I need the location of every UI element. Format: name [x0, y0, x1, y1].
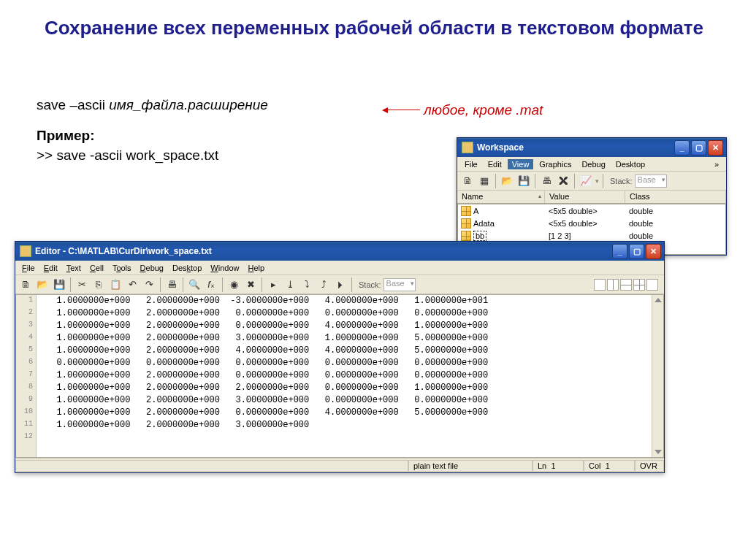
- layout-quad-icon[interactable]: [633, 279, 645, 291]
- editor-title: Editor - C:\MATLAB\CurDir\work_space.txt: [35, 246, 608, 256]
- var-name[interactable]: Adata: [473, 219, 495, 228]
- editor-statusbar: plain text file Ln 1 Col 1 OVR: [15, 458, 664, 472]
- gutter-line: 2: [16, 307, 36, 320]
- print-icon[interactable]: 🖶: [539, 174, 554, 188]
- menu-help[interactable]: Help: [245, 263, 269, 273]
- layout-float-icon[interactable]: [646, 279, 658, 291]
- step-out-icon[interactable]: ⤴: [316, 277, 331, 292]
- vertical-scrollbar[interactable]: [652, 295, 663, 457]
- paste-icon[interactable]: 📋: [108, 277, 123, 292]
- workspace-row: A <5x5 double> double: [458, 204, 725, 217]
- layout-split-h-icon[interactable]: [607, 279, 619, 291]
- close-button[interactable]: ✕: [708, 140, 723, 156]
- gutter-line: 6: [16, 357, 36, 369]
- column-value[interactable]: Value: [545, 191, 625, 203]
- menu-tools[interactable]: Tools: [109, 263, 135, 273]
- separator-icon: [535, 174, 535, 188]
- stack-label: Stack:: [356, 280, 381, 289]
- gutter-line: 11: [16, 419, 36, 431]
- workspace-headers: Name Value Class: [457, 191, 726, 204]
- continue-icon[interactable]: ⏵: [333, 277, 348, 292]
- status-line: Ln 1: [533, 460, 584, 472]
- code-line[interactable]: 1.0000000e+000 2.0000000e+000 0.0000000e…: [37, 407, 652, 419]
- example-label: Пример:: [37, 126, 268, 146]
- code-line[interactable]: 0.0000000e+000 0.0000000e+000 0.0000000e…: [37, 357, 652, 369]
- layout-split-v-icon[interactable]: [620, 279, 632, 291]
- code-line[interactable]: 1.0000000e+000 2.0000000e+000 3.0000000e…: [37, 332, 652, 345]
- code-line[interactable]: 1.0000000e+000 2.0000000e+000 2.0000000e…: [37, 382, 652, 394]
- menu-file[interactable]: File: [18, 263, 39, 273]
- gutter: 123456789101112: [16, 295, 37, 457]
- dropdown-icon[interactable]: ▾: [595, 177, 599, 185]
- function-icon[interactable]: fₓ: [204, 277, 218, 292]
- menu-cell[interactable]: Cell: [86, 263, 107, 273]
- menu-window[interactable]: Window: [207, 263, 243, 273]
- plot-icon[interactable]: 📈: [579, 174, 593, 188]
- save-file-icon[interactable]: 💾: [52, 277, 66, 292]
- var-class: double: [626, 231, 725, 240]
- workspace-row: bb [1 2 3] double: [458, 229, 725, 242]
- stack-combo[interactable]: Base: [383, 278, 416, 291]
- menu-debug[interactable]: Debug: [577, 159, 609, 169]
- menu-debug[interactable]: Debug: [137, 263, 167, 273]
- new-var-icon[interactable]: 🗎: [460, 174, 475, 188]
- code-line[interactable]: 1.0000000e+000 2.0000000e+000 -3.0000000…: [37, 295, 652, 307]
- run-icon[interactable]: ▸: [266, 277, 280, 292]
- menu-desktop[interactable]: Desktop: [611, 159, 649, 169]
- minimize-button[interactable]: _: [674, 140, 690, 156]
- menu-view[interactable]: View: [508, 159, 534, 169]
- code-line[interactable]: 1.0000000e+000 2.0000000e+000 0.0000000e…: [37, 320, 652, 332]
- syntax-args: имя_файла.расширение: [109, 97, 268, 112]
- open-file-icon[interactable]: 📂: [35, 277, 50, 292]
- maximize-button[interactable]: ▢: [691, 140, 706, 156]
- layout-single-icon[interactable]: [594, 279, 606, 291]
- code-area[interactable]: 1.0000000e+000 2.0000000e+000 -3.0000000…: [37, 295, 652, 457]
- step-icon[interactable]: ⤓: [283, 277, 297, 292]
- var-name[interactable]: A: [473, 207, 478, 215]
- menu-overflow-icon[interactable]: »: [710, 160, 723, 169]
- gutter-line: 4: [16, 332, 36, 345]
- breakpoint-clear-icon[interactable]: ✖: [243, 277, 258, 292]
- column-class[interactable]: Class: [625, 191, 726, 203]
- editor-icon: [20, 245, 31, 257]
- delete-icon[interactable]: 🞬: [556, 174, 570, 188]
- column-name[interactable]: Name: [457, 191, 545, 203]
- var-name[interactable]: bb: [473, 231, 486, 241]
- status-filetype: plain text file: [408, 460, 533, 472]
- breakpoint-set-icon[interactable]: ◉: [226, 277, 241, 292]
- separator-icon: [603, 174, 603, 188]
- copy-icon[interactable]: ⎘: [91, 277, 106, 292]
- code-line[interactable]: 1.0000000e+000 2.0000000e+000 0.0000000e…: [37, 369, 652, 382]
- minimize-button[interactable]: _: [612, 244, 627, 259]
- code-line[interactable]: 1.0000000e+000 2.0000000e+000 4.0000000e…: [37, 345, 652, 357]
- maximize-button[interactable]: ▢: [629, 244, 644, 259]
- menu-desktop[interactable]: Desktop: [169, 263, 205, 273]
- close-button[interactable]: ✕: [646, 244, 661, 259]
- undo-icon[interactable]: ↶: [125, 277, 140, 292]
- menu-graphics[interactable]: Graphics: [535, 159, 576, 169]
- status-col: Col 1: [584, 460, 635, 472]
- menu-edit[interactable]: Edit: [40, 263, 61, 273]
- code-line[interactable]: 1.0000000e+000 2.0000000e+000 3.0000000e…: [37, 419, 652, 431]
- open-var-icon[interactable]: ▦: [477, 174, 492, 188]
- editor-window: Editor - C:\MATLAB\CurDir\work_space.txt…: [15, 241, 665, 473]
- code-line[interactable]: 1.0000000e+000 2.0000000e+000 0.0000000e…: [37, 307, 652, 320]
- find-icon[interactable]: 🔍: [187, 277, 202, 292]
- editor-titlebar[interactable]: Editor - C:\MATLAB\CurDir\work_space.txt…: [15, 242, 664, 261]
- stack-combo[interactable]: Base: [635, 174, 667, 188]
- menu-text[interactable]: Text: [63, 263, 85, 273]
- new-file-icon[interactable]: 🗎: [18, 277, 33, 292]
- workspace-titlebar[interactable]: Workspace _ ▢ ✕: [457, 138, 726, 157]
- separator-icon: [222, 277, 223, 292]
- print-icon[interactable]: 🖶: [164, 277, 179, 292]
- menu-edit[interactable]: Edit: [484, 159, 506, 169]
- code-line[interactable]: 1.0000000e+000 2.0000000e+000 3.0000000e…: [37, 394, 652, 407]
- step-in-icon[interactable]: ⤵: [299, 277, 314, 292]
- import-icon[interactable]: 📂: [500, 174, 514, 188]
- menu-file[interactable]: File: [460, 159, 482, 169]
- redo-icon[interactable]: ↷: [142, 277, 156, 292]
- editor-client: 123456789101112 1.0000000e+000 2.0000000…: [15, 294, 664, 458]
- code-line[interactable]: [37, 431, 652, 444]
- save-icon[interactable]: 💾: [516, 174, 531, 188]
- cut-icon[interactable]: ✂: [75, 277, 89, 292]
